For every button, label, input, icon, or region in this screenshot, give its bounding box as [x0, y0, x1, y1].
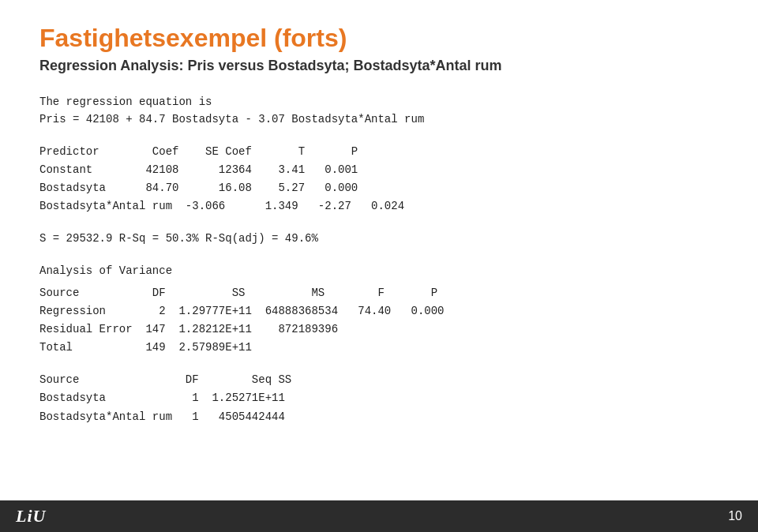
page-title: Fastighetsexempel (forts): [39, 24, 719, 53]
footer-bar: LiU 10: [0, 500, 758, 532]
seq-ss-section: Source DF Seq SS Bostadsyta 1 1.25271E+1…: [39, 371, 719, 425]
anova-section: Analysis of Variance Source DF SS MS F P…: [39, 262, 719, 358]
liu-logo-text: LiU: [16, 506, 46, 526]
seq-ss-table: Source DF Seq SS Bostadsyta 1 1.25271E+1…: [39, 371, 719, 425]
regression-intro-text: The regression equation is: [39, 93, 719, 111]
regression-equation: Pris = 42108 + 84.7 Bostadsyta - 3.07 Bo…: [39, 111, 719, 128]
anova-table: Source DF SS MS F P Regression 2 1.29777…: [39, 284, 719, 357]
main-content: Fastighetsexempel (forts) Regression Ana…: [0, 0, 758, 500]
regression-intro-section: The regression equation is Pris = 42108 …: [39, 93, 719, 129]
anova-header: Analysis of Variance: [39, 262, 719, 279]
page-number: 10: [728, 509, 742, 523]
page-subtitle: Regression Analysis: Pris versus Bostads…: [39, 58, 719, 74]
stats-section: S = 29532.9 R-Sq = 50.3% R-Sq(adj) = 49.…: [39, 230, 719, 247]
predictor-table-section: Predictor Coef SE Coef T P Constant 4210…: [39, 143, 719, 215]
predictor-table: Predictor Coef SE Coef T P Constant 4210…: [39, 143, 719, 215]
footer-logo: LiU: [16, 506, 46, 526]
stats-line: S = 29532.9 R-Sq = 50.3% R-Sq(adj) = 49.…: [39, 230, 719, 247]
